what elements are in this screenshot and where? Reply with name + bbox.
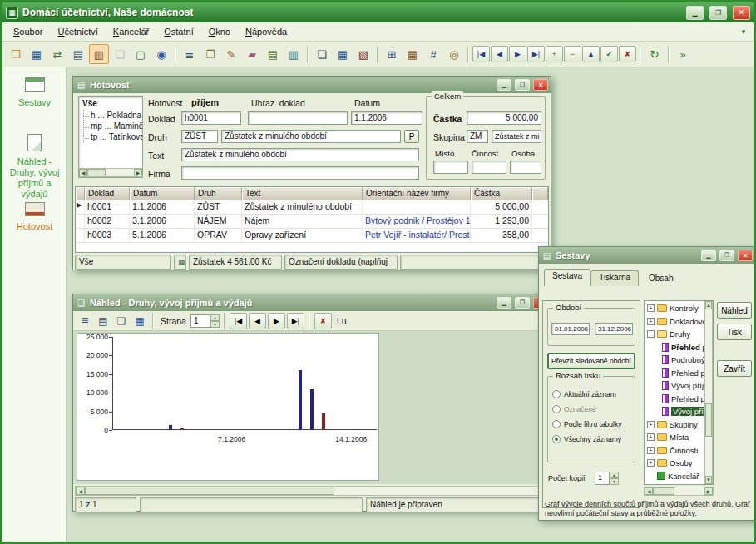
obsah-tree-item[interactable]: Přehled p (645, 341, 704, 354)
report-page-icon[interactable]: ❏ (110, 44, 130, 64)
druh-lookup-button[interactable]: P (404, 130, 419, 143)
castka-field[interactable]: 5 000,00 (467, 111, 541, 125)
column-header[interactable]: Datum (130, 187, 195, 200)
minimize-button[interactable]: ▁ (497, 79, 511, 91)
disk-icon[interactable]: ▦ (333, 44, 353, 64)
spin-up-icon[interactable]: ▲ (610, 472, 619, 478)
grid-icon[interactable]: ⊞ (382, 44, 402, 64)
close-button[interactable]: ✕ (738, 250, 753, 261)
maximize-button[interactable]: ❐ (515, 79, 530, 91)
obsah-tree-item[interactable]: +Místa (645, 431, 704, 444)
coins-icon[interactable]: ◎ (444, 44, 464, 64)
exchange-icon[interactable]: ⇄ (47, 44, 67, 64)
prevzit-obdobi-button[interactable]: Převzít sledované období (547, 353, 635, 369)
copies-spinner[interactable]: 1 ▲▼ (595, 472, 619, 485)
toolbar-overflow-icon[interactable]: » (673, 44, 693, 64)
misto-field[interactable] (433, 161, 468, 174)
skupina-text-field[interactable]: Zůstatek z mi (492, 130, 541, 143)
scroll-left-icon[interactable]: ◀ (79, 169, 87, 176)
close-preview-icon[interactable]: ✘ (314, 313, 332, 329)
print-settings-icon[interactable]: ▤ (95, 313, 111, 329)
record-edit-icon[interactable]: ▲ (582, 46, 600, 62)
nav-first-icon[interactable]: |◀ (230, 313, 247, 329)
radio-option[interactable]: Podle filtru tabulky (548, 417, 635, 432)
obsah-tree-item[interactable]: Přehled př (645, 367, 704, 380)
obsah-tree-item[interactable]: Podrobný p (645, 354, 704, 367)
scroll-up-icon[interactable]: ▲ (705, 301, 712, 309)
record-insert-icon[interactable]: + (546, 46, 563, 62)
datum-field[interactable]: 1.1.2006 (351, 111, 422, 125)
tree-root-vse[interactable]: Vše (79, 97, 142, 110)
date-from-field[interactable]: 01.01.2006 (551, 323, 590, 335)
column-header[interactable]: Druh (195, 187, 242, 200)
menu-item[interactable]: Soubor (6, 23, 50, 40)
tree-expand-plus-icon[interactable]: + (647, 433, 655, 441)
record-delete-icon[interactable]: − (564, 46, 581, 62)
tree-vscrollbar[interactable]: ▲ ▼ (704, 301, 713, 484)
column-header[interactable]: Text (242, 187, 363, 200)
scroll-thumb[interactable] (87, 169, 106, 176)
obsah-tree-item[interactable]: +Osoby (645, 457, 704, 470)
column-header[interactable]: Doklad (85, 187, 130, 200)
cash-tree-item[interactable]: tp ... Tatínkova (79, 131, 142, 142)
eraser-icon[interactable]: ▰ (242, 44, 262, 64)
spin-down-icon[interactable]: ▼ (610, 478, 619, 485)
nav-prev-icon[interactable]: ◀ (249, 313, 266, 329)
tree-hscrollbar[interactable]: ◀ ▶ (644, 487, 714, 496)
nav-next-icon[interactable]: ▶ (268, 313, 285, 329)
sestavy-titlebar[interactable]: ▤ Sestavy ▁ ❐ ✕ (539, 247, 755, 264)
scroll-thumb[interactable] (705, 403, 712, 437)
nav-next-icon[interactable]: ▶ (509, 46, 526, 62)
record-post-icon[interactable]: ✔ (600, 46, 618, 62)
tab-sestava[interactable]: Sestava (544, 269, 590, 286)
pencil-icon[interactable]: ✎ (221, 44, 241, 64)
obsah-tree-item[interactable]: Přehled př (645, 393, 704, 406)
obsah-tree[interactable]: +Kontroly+Dokladové řa−DruhyPřehled pPod… (644, 300, 714, 485)
nav-first-icon[interactable]: |◀ (472, 46, 490, 62)
cash-tree-item[interactable]: h ... Pokladna (79, 110, 142, 121)
save-icon[interactable]: ▦ (131, 313, 148, 329)
firma-field[interactable] (181, 166, 419, 180)
spin-up-icon[interactable]: ▲ (210, 314, 220, 321)
record-cancel-icon[interactable]: ✘ (619, 46, 636, 62)
druh-text-field[interactable]: Zůstatek z minulého období (221, 130, 401, 143)
menu-item[interactable]: Účetnictví (50, 23, 105, 40)
sidebar-item-hotovost[interactable]: Hotovost (2, 202, 67, 232)
zavrit-button[interactable]: Zavřít (717, 360, 752, 377)
tree-expand-plus-icon[interactable]: + (647, 318, 655, 325)
open-folder-icon[interactable]: ❒ (6, 44, 26, 64)
table-row[interactable]: h00023.1.2006NÁJEMNájemBytový podnik / P… (76, 215, 548, 229)
menu-overflow-icon[interactable]: ▼ (737, 25, 750, 38)
table-row[interactable]: h00035.1.2006OPRAVOpravy zařízeníPetr Vo… (76, 229, 548, 243)
print-icon[interactable]: ≣ (180, 44, 200, 64)
print-icon[interactable]: ≣ (77, 313, 93, 329)
scroll-thumb[interactable] (85, 487, 334, 495)
cash-tree-item[interactable]: mp ... Maminčina (79, 121, 142, 131)
copies-value[interactable]: 1 (595, 472, 610, 485)
scroll-thumb[interactable] (653, 487, 674, 495)
spin-down-icon[interactable]: ▼ (210, 321, 220, 328)
obsah-tree-item[interactable]: −Druhy (645, 328, 704, 341)
nav-last-icon[interactable]: ▶| (527, 46, 545, 62)
doklad-field[interactable]: h0001 (181, 111, 241, 125)
tree-expand-plus-icon[interactable]: + (647, 447, 655, 454)
nahled-titlebar[interactable]: ❏ Náhled - Druhy, vývoj příjmů a výdajů … (73, 294, 551, 311)
close-button[interactable]: ✕ (733, 6, 750, 20)
menu-item[interactable]: Kancelář (106, 23, 156, 40)
date-to-field[interactable]: 31.12.2006 (595, 323, 633, 335)
preview-hscrollbar[interactable]: ◀ ▶ (75, 486, 549, 496)
close-button[interactable]: ✕ (533, 79, 548, 91)
page-icon[interactable]: ❏ (312, 44, 332, 64)
obsah-tree-item[interactable]: Kancelář (645, 470, 704, 483)
obsah-tree-item[interactable]: Vývoj příjm (645, 379, 704, 393)
minimize-button[interactable]: ▁ (701, 250, 716, 261)
tab-tiskarna[interactable]: Tiskárna (590, 270, 639, 286)
table-row[interactable]: ▶h00011.1.2006ZŮSTZůstatek z minulého ob… (76, 200, 548, 215)
tree-expand-plus-icon[interactable]: + (647, 421, 655, 428)
cardfile-icon[interactable]: ▥ (284, 44, 304, 64)
tree-expand-plus-icon[interactable]: + (647, 304, 655, 312)
cinnost-field[interactable] (472, 161, 506, 174)
journal-icon[interactable]: ▤ (263, 44, 283, 64)
menu-item[interactable]: Nápověda (238, 23, 294, 40)
tisk-button[interactable]: Tisk (717, 324, 752, 340)
